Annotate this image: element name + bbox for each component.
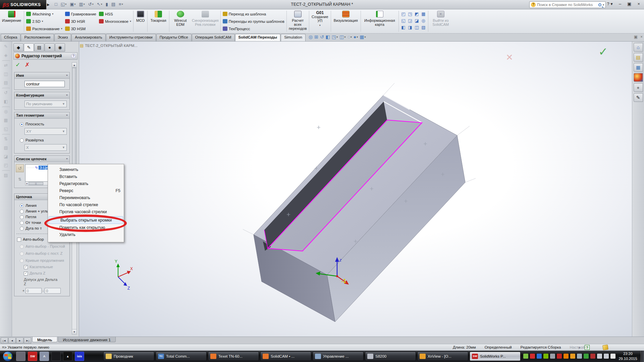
ribbon-button[interactable]: Гравирование ▾ (65, 11, 96, 17)
tab-scroll-last-icon[interactable]: ►| (24, 338, 31, 344)
quick-launch-icon[interactable] (51, 352, 61, 361)
tab-scroll-first-icon[interactable]: |◄ (1, 338, 8, 344)
document-tab[interactable]: Исследование движения 1 (58, 337, 116, 342)
view-cube-icon[interactable]: ◲ (407, 18, 413, 24)
quick-launch-icon[interactable]: isis (75, 352, 84, 361)
ribbon-button[interactable]: 2.5D ▾ (26, 18, 62, 24)
help-search-box[interactable]: ? ▾ (529, 1, 606, 8)
tab-scroll-prev-icon[interactable]: ◄ (8, 338, 16, 344)
ribbon-button[interactable]: iMachining ▾ (26, 11, 62, 17)
tolerance-plus-input[interactable] (25, 288, 42, 294)
ribbon-button[interactable]: 3D HSM ▾ (65, 25, 96, 32)
measure-button[interactable]: Измерение (0, 9, 23, 33)
start-button[interactable] (3, 351, 13, 361)
view-cube-icon[interactable]: ◰ (400, 11, 407, 17)
taskbar-button[interactable]: SW SolidWorks P... (470, 352, 521, 361)
mco-button[interactable]: МСО (134, 9, 147, 33)
status-expand-icon[interactable]: ▲ (578, 346, 581, 349)
ribbon-button[interactable]: 3D HSR ▾ (65, 18, 96, 24)
taskbar-button[interactable]: SolidCAM • ... (260, 352, 311, 361)
auto-select-radio[interactable]: Авто-выбор - Простой (20, 244, 68, 249)
ribbon-button[interactable]: Переход из шаблона (223, 11, 284, 17)
quick-launch-icon[interactable]: ▲ (63, 352, 72, 361)
cancel-button[interactable]: ✗ (25, 61, 30, 68)
collapse-chevron-icon[interactable]: » (66, 74, 68, 78)
view-tool-button[interactable]: ↺ ▾ (320, 34, 324, 40)
view-cube-icon[interactable]: ◎ (420, 18, 427, 24)
view-tool-button[interactable]: ◎ ▾ (309, 34, 313, 40)
dropdown-arrow-icon[interactable]: ▾ (319, 23, 321, 27)
quick-launch-icon[interactable]: A (40, 352, 49, 361)
info-card-button[interactable]: Информационная карта (362, 9, 398, 33)
minimize-button[interactable]: – (617, 1, 623, 7)
collapse-chevron-icon[interactable]: » (66, 94, 68, 98)
taskbar-button[interactable]: TC Total Comm... (156, 352, 207, 361)
context-menu-item[interactable]: Редактировать (48, 180, 124, 187)
scroll-up-icon[interactable]: ▲ (72, 63, 76, 68)
view-tool-button[interactable]: ◳ ▾ (332, 34, 338, 40)
view-tool-button[interactable]: ◌ ▾ (347, 34, 352, 40)
dropdown-arrow-icon[interactable]: ▾ (74, 3, 75, 6)
panel-tab[interactable]: ◉ (55, 43, 65, 52)
ribbon-button[interactable]: Переходы из группы шаблонов (223, 18, 284, 24)
dropdown-arrow-icon[interactable]: ▾ (84, 3, 85, 6)
document-window-button[interactable]: × (640, 35, 643, 39)
plane-radio[interactable]: Плоскость (20, 122, 68, 126)
dropdown-arrow-icon[interactable]: ▾ (357, 36, 358, 39)
auto-select-radio[interactable]: Кривые продолжения (20, 258, 68, 263)
taskbar-button[interactable]: S8200 (365, 352, 416, 361)
scrollbar-thumb[interactable] (72, 68, 76, 178)
dropdown-arrow-icon[interactable]: ▾ (344, 36, 345, 39)
tray-icon[interactable] (564, 354, 569, 359)
taskbar-clock[interactable]: 23:20 29.10.2015 (616, 351, 640, 361)
context-menu-item[interactable]: Заменить (48, 166, 124, 173)
document-tab[interactable]: Модель (32, 337, 57, 342)
tray-icon[interactable] (590, 354, 595, 359)
tray-icon[interactable] (557, 354, 562, 359)
3d-model-canvas[interactable]: z -1 Y X Z (79, 42, 632, 337)
scroll-down-icon[interactable]: ▼ (72, 329, 76, 334)
view-cube-icon[interactable]: ◫ (414, 24, 420, 31)
dropdown-arrow-icon[interactable]: ▾ (351, 36, 352, 39)
view-cube-icon[interactable]: ◧ (400, 24, 407, 31)
ribbon-tab[interactable]: Операция SolidCAM (192, 34, 235, 41)
panel-tab[interactable]: ● (45, 43, 55, 52)
restore-button[interactable]: ▣ (625, 1, 633, 7)
ribbon-button[interactable]: Многоосевое ▾ (99, 18, 131, 24)
unfold-axis-select[interactable]: X▼ (24, 144, 67, 151)
quick-launch-icon[interactable] (16, 352, 25, 361)
quick-access-button[interactable]: ▮ ▾ (105, 1, 109, 7)
tray-icon[interactable] (577, 354, 582, 359)
view-tool-button[interactable]: ◧ ▾ (326, 34, 330, 40)
tray-icon[interactable] (537, 354, 542, 359)
context-menu-item[interactable]: Удалить (48, 231, 124, 238)
view-cube-icon[interactable]: ◨ (407, 24, 413, 31)
ribbon-button[interactable]: Распознавание ▾ (26, 25, 62, 32)
panel-tab[interactable]: ✎ (24, 43, 34, 52)
taskbar-button[interactable]: Texet TN-60... (208, 352, 259, 361)
graphics-viewport[interactable]: ▤ ТЕСТ-2_ОТКРЫТЫЙ КАРМ... (79, 42, 632, 337)
view-cube-icon[interactable]: ◳ (407, 11, 413, 17)
taskbar-button[interactable]: XnView - [O... (417, 352, 468, 361)
quick-access-button[interactable]: ↺ ▾ (87, 1, 95, 7)
show-desktop-button[interactable] (641, 351, 644, 362)
dropdown-arrow-icon[interactable]: ▾ (65, 3, 66, 6)
auto-select-radio[interactable]: Авто-выбор с пост. Z (20, 251, 68, 256)
task-pane-tab[interactable]: ⌂ (634, 43, 643, 52)
quick-access-button[interactable]: □ ▾ (54, 1, 58, 7)
search-dropdown-arrow-icon[interactable]: ▾ (603, 3, 604, 6)
simulation-button[interactable]: Визуализация (332, 9, 360, 33)
ribbon-button[interactable]: HSS ▾ (99, 11, 131, 17)
close-button[interactable]: × (635, 1, 642, 7)
dropdown-arrow-icon[interactable]: ▾ (42, 20, 43, 23)
ribbon-tab[interactable]: Simulation (281, 34, 306, 41)
tray-icon[interactable] (570, 354, 575, 359)
dropdown-arrow-icon[interactable]: ▾ (336, 36, 338, 39)
ribbon-tab[interactable]: Продукты Office (156, 34, 192, 41)
tray-icon[interactable] (584, 354, 589, 359)
menu-expand-arrow-icon[interactable]: ▶ (47, 3, 50, 6)
view-tool-button[interactable]: ● ▾ (354, 34, 358, 40)
sub-option-checkbox[interactable]: Касательные (24, 265, 68, 269)
collapse-chevron-icon[interactable]: » (66, 158, 68, 162)
viewport-cancel-icon[interactable]: ✕ (506, 52, 513, 63)
